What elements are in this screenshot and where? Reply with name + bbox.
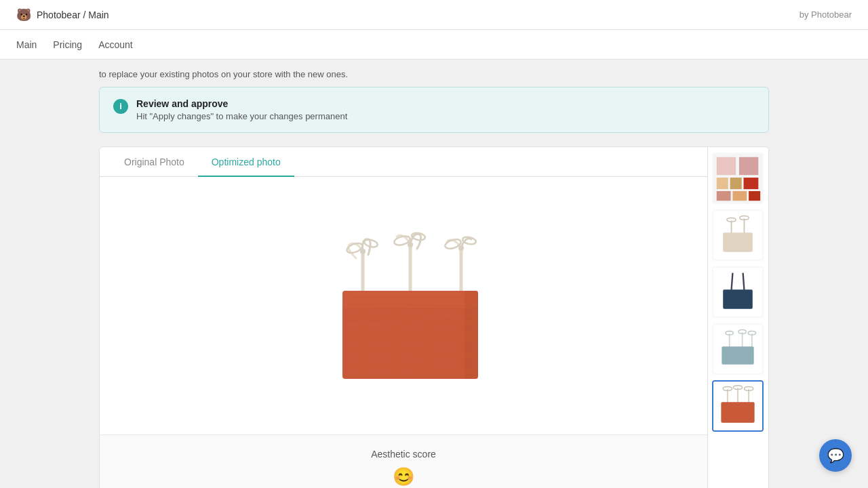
- svg-rect-33: [732, 190, 747, 200]
- thumbnail-2[interactable]: [712, 209, 764, 261]
- score-emoji: 😊: [113, 466, 694, 487]
- panel-left: Original Photo Optimized photo: [100, 147, 707, 489]
- svg-rect-52: [722, 346, 753, 365]
- thumbnail-4[interactable]: [712, 323, 764, 375]
- thumbnail-5[interactable]: [712, 380, 764, 432]
- svg-point-4: [360, 249, 366, 254]
- nav-item-main[interactable]: Main: [16, 31, 37, 58]
- page-content: to replace your existing photos on your …: [88, 60, 780, 488]
- score-label: Aesthetic score: [113, 449, 694, 460]
- svg-rect-29: [717, 178, 728, 189]
- svg-rect-32: [717, 190, 731, 200]
- svg-rect-27: [717, 157, 736, 175]
- svg-point-8: [408, 242, 413, 247]
- photo-area: [100, 177, 707, 434]
- svg-rect-60: [721, 402, 754, 422]
- svg-rect-44: [723, 289, 753, 308]
- by-label: by Photobear: [800, 9, 852, 20]
- tab-original[interactable]: Original Photo: [111, 147, 198, 177]
- app-name: Photobear: [37, 9, 81, 20]
- svg-rect-25: [465, 291, 478, 379]
- info-banner-title: Review and approve: [136, 98, 347, 109]
- brand-area: 🐻 Photobear / Main: [16, 7, 109, 22]
- svg-rect-28: [739, 157, 758, 175]
- app-section: Main: [88, 9, 108, 20]
- info-icon: i: [113, 99, 128, 114]
- svg-rect-31: [744, 178, 759, 189]
- thumbnail-3[interactable]: [712, 266, 764, 318]
- product-image: [281, 211, 526, 401]
- thumbnail-strip: [707, 147, 768, 489]
- chat-button[interactable]: 💬: [819, 439, 852, 472]
- info-banner-description: Hit "Apply changes" to make your changes…: [136, 111, 347, 121]
- tab-optimized[interactable]: Optimized photo: [198, 147, 294, 177]
- score-area: Aesthetic score 😊: [100, 434, 707, 489]
- info-banner: i Review and approve Hit "Apply changes"…: [99, 87, 769, 133]
- chat-icon: 💬: [827, 447, 844, 464]
- info-banner-content: Review and approve Hit "Apply changes" t…: [136, 98, 347, 121]
- svg-rect-34: [749, 190, 760, 200]
- separator: /: [83, 9, 86, 20]
- top-bar: 🐻 Photobear / Main by Photobear: [0, 0, 868, 30]
- nav-item-pricing[interactable]: Pricing: [53, 31, 82, 58]
- intro-text: to replace your existing photos on your …: [99, 60, 769, 87]
- tabs: Original Photo Optimized photo: [100, 147, 707, 177]
- svg-rect-30: [730, 178, 742, 189]
- nav-bar: Main Pricing Account: [0, 30, 868, 60]
- thumbnail-1[interactable]: [712, 152, 764, 204]
- svg-rect-24: [342, 291, 478, 308]
- app-title: Photobear / Main: [37, 9, 109, 20]
- bear-icon: 🐻: [16, 7, 31, 22]
- svg-point-12: [458, 245, 464, 251]
- main-panel: Original Photo Optimized photo: [99, 146, 769, 489]
- svg-rect-40: [723, 232, 753, 251]
- nav-item-account[interactable]: Account: [98, 31, 133, 58]
